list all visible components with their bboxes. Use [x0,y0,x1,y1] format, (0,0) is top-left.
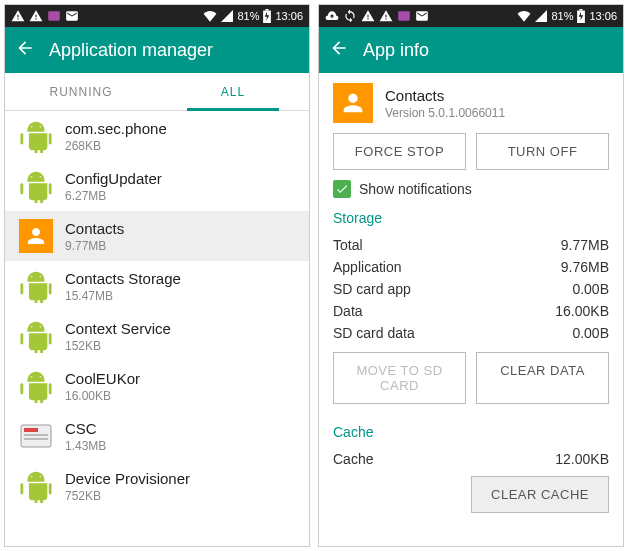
storage-label: Application [333,259,402,275]
page-title: App info [363,40,429,61]
status-bar: 81% 13:06 [5,5,309,27]
battery-icon [263,9,271,23]
csc-app-icon [19,419,53,453]
app-list-item[interactable]: ConfigUpdater 6.27MB [5,161,309,211]
storage-label: Total [333,237,363,253]
tab-running[interactable]: RUNNING [5,73,157,110]
app-size: 16.00KB [65,389,140,403]
app-name: Contacts [385,87,505,104]
battery-percent: 81% [237,10,259,22]
clear-cache-button[interactable]: CLEAR CACHE [471,476,609,513]
cache-row: Cache 12.00KB [333,448,609,470]
tab-all[interactable]: ALL [157,73,309,110]
turn-off-button[interactable]: TURN OFF [476,133,609,170]
warning-triangle-icon [11,9,25,23]
show-notifications-row[interactable]: Show notifications [333,180,609,198]
wifi-icon [203,10,217,22]
app-size: 9.77MB [65,239,124,253]
storage-row: Application9.76MB [333,256,609,278]
move-to-sd-button: MOVE TO SD CARD [333,352,466,404]
wifi-icon [517,10,531,22]
app-size: 6.27MB [65,189,162,203]
warning-triangle-icon [29,9,43,23]
storage-value: 0.00B [572,325,609,341]
warning-triangle-icon [379,9,393,23]
phone-left: 81% 13:06 Application manager RUNNING AL… [4,4,310,547]
back-arrow-icon[interactable] [15,38,35,62]
cache-label: Cache [333,451,373,467]
svg-rect-6 [24,438,48,440]
app-name: CoolEUKor [65,370,140,387]
clear-data-button[interactable]: CLEAR DATA [476,352,609,404]
cache-section-title: Cache [333,424,609,440]
contacts-app-icon [19,219,53,253]
page-title: Application manager [49,40,213,61]
app-name: Contacts [65,220,124,237]
svg-rect-4 [24,428,38,432]
app-size: 15.47MB [65,289,181,303]
app-size: 1.43MB [65,439,106,453]
storage-label: SD card app [333,281,411,297]
nfc-icon [47,9,61,23]
signal-icon [535,10,547,22]
mail-icon [65,9,79,23]
svg-rect-9 [580,9,583,11]
battery-icon [577,9,585,23]
app-list-item[interactable]: Contacts 9.77MB [5,211,309,261]
app-name: com.sec.phone [65,120,167,137]
app-version: Version 5.0.1.0066011 [385,106,505,120]
action-bar: App info [319,27,623,73]
android-app-icon [19,369,53,403]
svg-rect-2 [266,9,269,11]
action-bar: Application manager [5,27,309,73]
svg-rect-7 [398,11,410,20]
phone-right: 81% 13:06 App info Contacts Version 5.0.… [318,4,624,547]
cache-value: 12.00KB [555,451,609,467]
android-app-icon [19,169,53,203]
storage-row: SD card data0.00B [333,322,609,344]
storage-row: Data16.00KB [333,300,609,322]
app-header: Contacts Version 5.0.1.0066011 [333,83,609,123]
app-name: ConfigUpdater [65,170,162,187]
show-notifications-label: Show notifications [359,181,472,197]
app-list-item[interactable]: CSC 1.43MB [5,411,309,461]
app-name: Context Service [65,320,171,337]
clock-time: 13:06 [589,10,617,22]
app-list-item[interactable]: CoolEUKor 16.00KB [5,361,309,411]
contacts-app-icon [333,83,373,123]
app-list-item[interactable]: com.sec.phone 268KB [5,111,309,161]
back-arrow-icon[interactable] [329,38,349,62]
warning-triangle-icon [361,9,375,23]
storage-label: SD card data [333,325,415,341]
android-app-icon [19,269,53,303]
app-name: CSC [65,420,106,437]
storage-section-title: Storage [333,210,609,226]
app-name: Contacts Storage [65,270,181,287]
checkbox-checked-icon[interactable] [333,180,351,198]
nfc-icon [397,9,411,23]
storage-label: Data [333,303,363,319]
app-list-item[interactable]: Contacts Storage 15.47MB [5,261,309,311]
android-app-icon [19,469,53,503]
battery-percent: 81% [551,10,573,22]
loop-icon [343,9,357,23]
storage-value: 9.77MB [561,237,609,253]
app-list-item[interactable]: Device Provisioner 752KB [5,461,309,511]
app-info-panel: Contacts Version 5.0.1.0066011 FORCE STO… [319,73,623,546]
svg-rect-0 [48,11,60,20]
mail-icon [415,9,429,23]
status-bar: 81% 13:06 [319,5,623,27]
tab-bar: RUNNING ALL [5,73,309,111]
android-app-icon [19,119,53,153]
android-app-icon [19,319,53,353]
storage-row: Total9.77MB [333,234,609,256]
app-list[interactable]: com.sec.phone 268KB ConfigUpdater 6.27MB… [5,111,309,546]
storage-value: 16.00KB [555,303,609,319]
clock-time: 13:06 [275,10,303,22]
app-name: Device Provisioner [65,470,190,487]
force-stop-button[interactable]: FORCE STOP [333,133,466,170]
storage-value: 0.00B [572,281,609,297]
signal-icon [221,10,233,22]
cloud-upload-icon [325,9,339,23]
app-list-item[interactable]: Context Service 152KB [5,311,309,361]
